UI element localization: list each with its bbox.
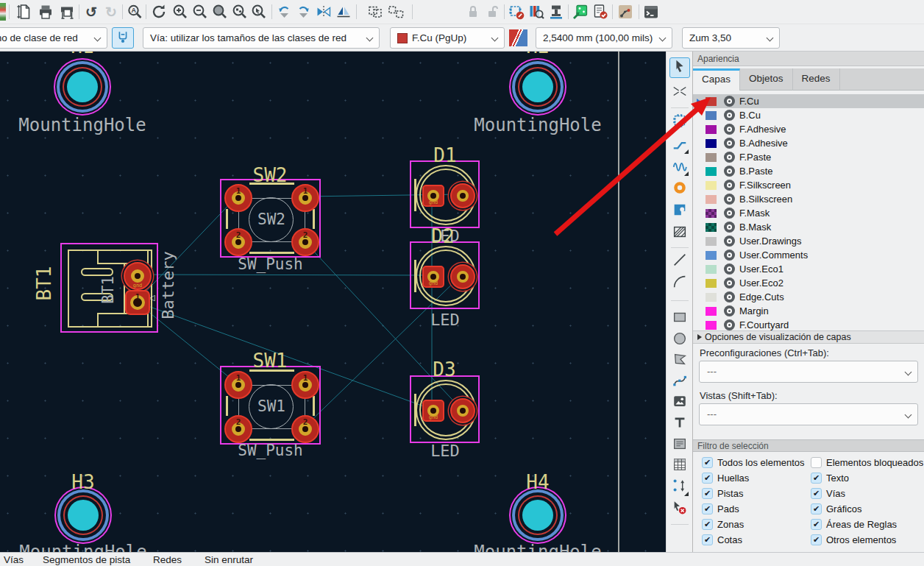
layer-color-swatch[interactable] xyxy=(706,97,717,106)
local-ratsnest-button[interactable] xyxy=(669,82,690,103)
pad-sw2-2b[interactable]: 2 xyxy=(291,228,319,256)
zoom-selection-button[interactable] xyxy=(249,2,269,21)
layer-row-user-eco2[interactable]: User.Eco2 xyxy=(693,276,924,290)
add-image-button[interactable] xyxy=(669,392,690,413)
draw-line-button[interactable] xyxy=(669,251,690,272)
unlock-button[interactable] xyxy=(483,2,502,21)
layer-row-f-cu[interactable]: F.Cu xyxy=(693,94,924,108)
layer-row-margin[interactable]: Margin xyxy=(693,304,924,318)
layer-row-f-courtyard[interactable]: F.Courtyard xyxy=(693,318,924,330)
tune-length-button[interactable] xyxy=(669,157,690,177)
layer-color-swatch[interactable] xyxy=(706,265,717,274)
pad-d1-2[interactable] xyxy=(450,183,475,208)
checkbox-checked[interactable]: ✔ xyxy=(811,488,822,499)
checkbox-checked[interactable]: ✔ xyxy=(702,457,713,468)
visibility-eye-icon[interactable] xyxy=(724,222,735,233)
visibility-eye-icon[interactable] xyxy=(724,180,735,191)
update-pcb-from-schematic-button[interactable] xyxy=(571,2,590,21)
draw-arc-button[interactable] xyxy=(669,273,690,294)
route-tracks-button[interactable] xyxy=(669,135,690,155)
ungroup-button[interactable] xyxy=(386,2,405,21)
lock-button[interactable] xyxy=(463,2,483,21)
visibility-eye-icon[interactable] xyxy=(724,277,735,289)
layer-row-user-drawings[interactable]: User.Drawings xyxy=(693,234,924,248)
pad-sw1-2b[interactable]: 2 xyxy=(291,415,319,443)
tab-objetos[interactable]: Objetos xyxy=(740,68,793,91)
layer-row-b-silkscreen[interactable]: B.Silkscreen xyxy=(693,192,924,206)
layer-row-f-adhesive[interactable]: F.Adhesive xyxy=(693,122,924,136)
tab-capas[interactable]: Capas xyxy=(693,68,740,91)
checkbox-checked[interactable]: ✔ xyxy=(702,519,713,530)
draw-bezier-button[interactable] xyxy=(669,372,690,392)
layer-display-options[interactable]: Opciones de visualización de capas xyxy=(693,330,924,344)
layer-color-swatch[interactable] xyxy=(706,195,717,204)
visibility-eye-icon[interactable] xyxy=(724,124,735,135)
footprint-h4[interactable] xyxy=(522,500,553,531)
checkbox-checked[interactable]: ✔ xyxy=(702,488,713,499)
add-text-button[interactable] xyxy=(669,414,690,434)
layer-color-swatch[interactable] xyxy=(706,209,717,218)
add-zone-button[interactable] xyxy=(669,201,690,222)
checkbox-checked[interactable]: ✔ xyxy=(811,534,822,545)
draw-polygon-button[interactable] xyxy=(669,350,690,371)
layer-row-user-comments[interactable]: User.Comments xyxy=(693,248,924,262)
layer-row-f-paste[interactable]: F.Paste xyxy=(693,150,924,164)
layer-color-swatch[interactable] xyxy=(706,125,717,134)
layer-row-user-eco1[interactable]: User.Eco1 xyxy=(693,262,924,276)
plot-button[interactable] xyxy=(57,2,77,21)
visibility-eye-icon[interactable] xyxy=(724,250,735,261)
pcb-canvas[interactable]: H1 H2 H3 H4 MountingHole MountingHole Mo… xyxy=(0,52,666,552)
group-button[interactable] xyxy=(366,2,385,21)
checkbox-checked[interactable]: ✔ xyxy=(811,473,822,484)
layer-color-swatch[interactable] xyxy=(706,153,717,162)
presets-combo[interactable]: --- xyxy=(699,361,918,383)
checkbox-checked[interactable]: ✔ xyxy=(811,503,822,514)
checkbox-checked[interactable]: ✔ xyxy=(702,503,713,514)
zoom-out-button[interactable] xyxy=(191,2,210,21)
add-table-button[interactable] xyxy=(669,456,690,476)
tab-redes[interactable]: Redes xyxy=(793,68,840,91)
rotate-ccw-button[interactable] xyxy=(274,2,294,21)
via-size-combo[interactable]: Vía: utilizar los tamaños de las clases … xyxy=(143,27,380,49)
visibility-eye-icon[interactable] xyxy=(724,291,735,303)
net-inspector-button[interactable] xyxy=(616,2,635,21)
pad-d2-2[interactable] xyxy=(450,264,475,289)
layer-color-swatch[interactable] xyxy=(706,237,717,246)
checkbox-checked[interactable]: ✔ xyxy=(811,519,822,530)
redo-button[interactable]: ↻ xyxy=(102,2,121,21)
print-button[interactable] xyxy=(36,2,55,21)
layer-row-edge-cuts[interactable]: Edge.Cuts xyxy=(693,290,924,304)
visibility-eye-icon[interactable] xyxy=(724,236,735,247)
pad-d3-1[interactable]: gnd xyxy=(422,400,444,422)
pad-sw1-2a[interactable]: 2 xyxy=(224,415,252,443)
visibility-eye-icon[interactable] xyxy=(724,96,735,107)
footprint-sw2[interactable]: SW2 1 1 2 2 xyxy=(220,179,321,258)
footprint-browser-button[interactable] xyxy=(527,2,546,21)
pad-d2-1[interactable]: gnd xyxy=(422,266,444,288)
active-layer-combo[interactable]: F.Cu (PgUp) xyxy=(390,27,505,49)
layer-color-swatch[interactable] xyxy=(706,167,717,176)
add-rule-area-button[interactable] xyxy=(669,223,690,244)
pad-sw2-1b[interactable]: 1 xyxy=(291,184,319,212)
undo-button[interactable]: ↺ xyxy=(82,2,101,21)
pad-d1-1[interactable]: gnd xyxy=(422,185,444,207)
add-via-button[interactable] xyxy=(669,179,690,199)
visibility-eye-icon[interactable] xyxy=(724,194,735,205)
mirror-button[interactable] xyxy=(334,2,353,21)
flip-board-view-button[interactable] xyxy=(314,2,333,21)
rotate-cw-button[interactable] xyxy=(294,2,313,21)
auto-track-width-toggle[interactable] xyxy=(112,27,134,49)
footprint-wizard-button[interactable] xyxy=(547,2,566,21)
zoom-in-button[interactable] xyxy=(171,2,190,21)
layer-color-swatch[interactable] xyxy=(706,181,717,190)
scripting-console-button[interactable] xyxy=(642,2,661,21)
footprint-h2[interactable] xyxy=(522,71,553,102)
pad-sw2-2a[interactable]: 2 xyxy=(224,228,252,256)
grid-combo[interactable]: 2,5400 mm (100,00 mils) xyxy=(536,27,672,49)
add-dimension-button[interactable] xyxy=(669,477,690,498)
layer-row-b-adhesive[interactable]: B.Adhesive xyxy=(693,136,924,150)
visibility-eye-icon[interactable] xyxy=(724,110,735,121)
zoom-objects-button[interactable] xyxy=(230,2,249,21)
drc-checker-button[interactable] xyxy=(591,2,610,21)
layer-row-f-silkscreen[interactable]: F.Silkscreen xyxy=(693,178,924,192)
